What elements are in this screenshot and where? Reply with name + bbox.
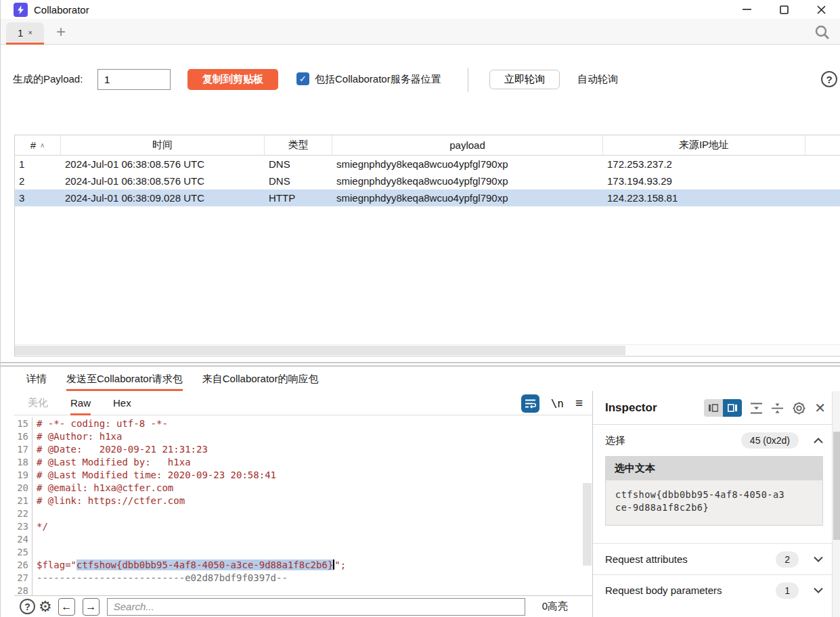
line-number: 27 [14, 572, 32, 585]
editor-vertical-scrollbar[interactable] [583, 483, 592, 566]
minimize-button[interactable] [728, 0, 766, 19]
line-content: --------------------------e02d87bdf9f039… [32, 572, 288, 585]
collaborator-tab-1[interactable]: 1 × [6, 22, 44, 45]
request-code-view[interactable]: 15# -*- coding: utf-8 -*-16# @Author: h1… [14, 415, 592, 595]
tab-hex[interactable]: Hex [113, 391, 131, 415]
table-cell: 124.223.158.81 [603, 189, 805, 206]
window-title: Collaborator [34, 4, 89, 16]
app-logo-icon [14, 3, 28, 17]
table-cell: smiegnphdyy8keqa8wcuo4ypfgl790xp [332, 173, 603, 189]
line-content: # @Date: 2020-09-21 21:31:23 [32, 443, 208, 456]
table-row[interactable]: 22024-Jul-01 06:38:08.576 UTCDNSsmiegnph… [15, 173, 840, 189]
inspector-scrollbar[interactable] [832, 391, 840, 617]
header-source-ip[interactable]: 来源IP地址 [603, 135, 805, 155]
request-body-parameters-section[interactable]: Request body parameters 1 [593, 574, 840, 605]
search-icon[interactable] [814, 24, 831, 41]
table-cell: smiegnphdyy8keqa8wcuo4ypfgl790xp [332, 189, 603, 206]
inspector-close-icon[interactable]: ✕ [814, 400, 826, 416]
include-server-location-checkbox[interactable]: ✓ [296, 72, 309, 85]
dock-right-icon[interactable] [723, 399, 742, 417]
title-bar: Collaborator [1, 0, 840, 19]
search-help-icon[interactable]: ? [20, 599, 35, 614]
chevron-down-icon[interactable] [814, 556, 823, 562]
collapse-all-icon[interactable] [750, 403, 763, 414]
tab-pretty[interactable]: 美化 [28, 391, 48, 415]
poll-now-button[interactable]: 立即轮询 [489, 70, 560, 89]
header-time[interactable]: 时间 [61, 135, 265, 155]
word-wrap-icon[interactable] [521, 394, 539, 413]
tab-response-from-collaborator[interactable]: 来自Collaborator的响应包 [202, 367, 319, 391]
table-cell: 2024-Jul-01 06:38:09.028 UTC [61, 189, 265, 206]
request-attributes-section[interactable]: Request attributes 2 [593, 543, 840, 574]
chevron-down-icon[interactable] [814, 587, 823, 593]
line-content: # @link: https://ctfer.com [32, 495, 185, 507]
header-number[interactable]: # ∧ [15, 135, 61, 155]
line-number: 26 [14, 559, 32, 572]
table-horizontal-scrollbar[interactable] [15, 344, 840, 356]
table-cell: 2024-Jul-01 06:38:08.576 UTC [61, 156, 265, 173]
search-next-button[interactable]: → [83, 598, 100, 616]
line-content [32, 585, 37, 595]
inspector-title: Inspector [605, 401, 657, 415]
show-newlines-icon[interactable]: \n [551, 397, 564, 410]
scrollbar-thumb[interactable] [833, 432, 840, 540]
copy-to-clipboard-button[interactable]: 复制到剪贴板 [187, 69, 278, 90]
table-row[interactable]: 32024-Jul-01 06:38:09.028 UTCHTTPsmiegnp… [15, 189, 840, 206]
tab-raw[interactable]: Raw [70, 391, 91, 415]
help-icon[interactable]: ? [821, 71, 837, 87]
line-number: 23 [14, 520, 32, 533]
editor-search-input[interactable] [107, 598, 525, 616]
header-payload[interactable]: payload [332, 135, 603, 155]
code-text: # @Author: h1xa [37, 431, 122, 442]
table-cell: smiegnphdyy8keqa8wcuo4ypfgl790xp [332, 156, 603, 173]
scrollbar-thumb[interactable] [15, 346, 625, 355]
editor-search-bar: ? ⚙ ← → 0高亮 [14, 595, 592, 617]
add-tab-button[interactable]: + [52, 21, 70, 43]
include-server-location-label[interactable]: 包括Collaborator服务器位置 [315, 73, 441, 86]
search-settings-icon[interactable]: ⚙ [39, 599, 52, 614]
auto-poll-label[interactable]: 自动轮询 [577, 73, 618, 86]
panel-splitter[interactable] [1, 362, 840, 367]
tab-close-icon[interactable]: × [28, 28, 32, 37]
code-text: # @link: https://ctfer.com [37, 495, 185, 506]
selected-text-card: 选中文本 ctfshow{dbb0bb95-4af8-4050-a3ce-9d8… [605, 456, 823, 526]
selection-section-header[interactable]: 选择 45 (0x2d) [593, 425, 840, 456]
tab-label: 1 [18, 27, 23, 39]
collaborator-window: Collaborator 1 × + 生成的Payload: 复制到剪贴板 ✓ … [0, 0, 840, 617]
code-line: 28 [14, 585, 592, 595]
table-cell: 173.194.93.29 [603, 173, 805, 189]
table-cell: HTTP [265, 189, 332, 206]
inspector-settings-icon[interactable] [792, 401, 806, 415]
message-tabs: 详情 发送至Collaborator请求包 来自Collaborator的响应包 [14, 367, 840, 391]
code-text: # @Last Modified time: 2020-09-23 20:58:… [37, 470, 276, 480]
chevron-up-icon[interactable] [814, 438, 823, 444]
line-content: $flag="ctfshow{dbb0bb95-4af8-4050-a3ce-9… [32, 559, 346, 572]
line-number: 18 [14, 456, 32, 469]
selected-text-body: ctfshow{dbb0bb95-4af8-4050-a3ce-9d88a1f8… [605, 480, 823, 526]
maximize-button[interactable] [766, 0, 803, 19]
table-row[interactable]: 12024-Jul-01 06:38:08.576 UTCDNSsmiegnph… [15, 156, 840, 173]
editor-view-tabs: 美化 Raw Hex \n ≡ [14, 391, 592, 415]
line-content: # @email: h1xa@ctfer.com [32, 482, 173, 495]
search-prev-button[interactable]: ← [58, 598, 75, 616]
payload-count-input[interactable] [97, 69, 171, 90]
tab-details[interactable]: 详情 [26, 367, 47, 391]
table-cell: 3 [15, 189, 61, 206]
request-body-parameters-badge: 1 [776, 582, 799, 599]
dock-left-icon[interactable] [704, 399, 723, 417]
code-line: 19# @Last Modified time: 2020-09-23 20:5… [14, 469, 592, 482]
line-content: # @Last Modified time: 2020-09-23 20:58:… [32, 469, 276, 482]
header-type[interactable]: 类型 [265, 135, 332, 155]
line-number: 19 [14, 469, 32, 482]
expand-all-icon[interactable] [771, 403, 784, 414]
table-cell: 172.253.237.2 [603, 156, 805, 173]
line-number: 24 [14, 533, 32, 546]
tab-request-to-collaborator[interactable]: 发送至Collaborator请求包 [66, 367, 183, 391]
code-text: "; [334, 559, 346, 570]
editor-toolbar-icons: \n ≡ [521, 391, 583, 415]
editor-menu-icon[interactable]: ≡ [575, 396, 583, 411]
table-cell: 2024-Jul-01 06:38:08.576 UTC [61, 173, 265, 189]
line-number: 21 [14, 495, 32, 507]
close-button[interactable] [803, 0, 840, 19]
code-line: 25 [14, 546, 592, 559]
